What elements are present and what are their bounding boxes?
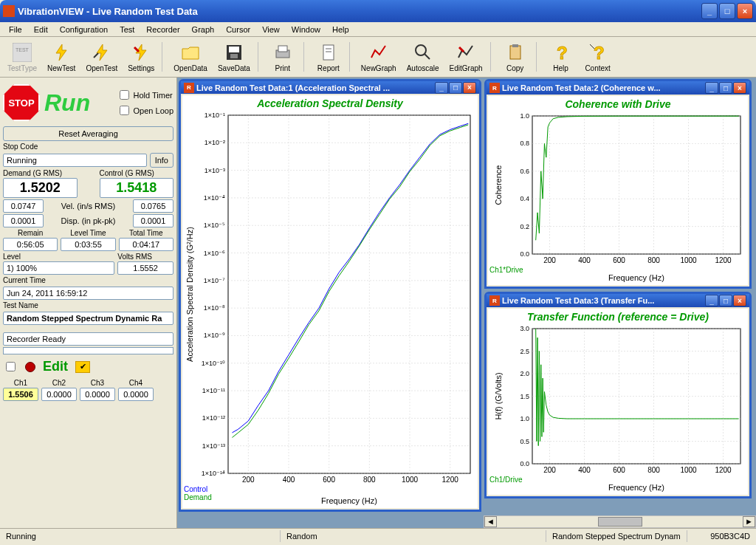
svg-text:Demand: Demand [184,493,212,501]
chart3-body[interactable]: Transfer Function (reference = Drive) 20… [488,309,748,495]
child1-close[interactable]: × [463,82,476,94]
scroll-left[interactable]: ◄ [484,516,497,527]
svg-text:400: 400 [283,476,295,484]
ch3-value: 0.0000 [80,388,115,401]
svg-text:TEST: TEST [16,47,30,52]
recorder-checkbox[interactable] [6,362,16,371]
svg-text:1×10⁻¹²: 1×10⁻¹² [202,414,225,422]
control-value: 1.5418 [100,178,174,198]
menu-view[interactable]: View [256,24,286,35]
svg-text:1×10⁻¹³: 1×10⁻¹³ [202,442,225,450]
document-icon [318,42,339,63]
printer-icon [272,42,293,63]
child2-min[interactable]: _ [705,82,718,94]
context-help-icon: ? [588,42,608,63]
stop-button[interactable]: STOP [3,84,40,121]
svg-text:400: 400 [578,256,591,264]
svg-text:200: 200 [543,256,556,264]
rand-icon: R [184,83,194,93]
svg-line-15 [425,54,430,59]
open-lightning-icon [92,42,112,63]
svg-point-14 [416,45,426,55]
current-time-label: Current Time [3,276,173,284]
child2-close[interactable]: × [733,82,746,94]
ch1-label: Ch1 [14,379,27,387]
menu-edit[interactable]: Edit [28,24,54,35]
scroll-right[interactable]: ► [743,516,755,527]
opendata-button[interactable]: OpenData [169,41,212,74]
hold-timer-checkbox[interactable] [120,90,129,100]
chart3-window-title: Live Random Test Data:3 (Transfer Fu... [502,296,705,305]
savedata-button[interactable]: SaveData [213,41,255,74]
open-loop-checkbox[interactable] [120,106,129,115]
child3-close[interactable]: × [733,295,746,306]
disp-label: Disp. (in pk-pk) [47,216,130,225]
menu-configuration[interactable]: Configuration [54,24,114,35]
svg-text:1000: 1000 [680,466,697,474]
menu-recorder[interactable]: Recorder [140,24,185,35]
reset-averaging-button[interactable]: Reset Averaging [3,126,173,141]
svg-text:Ch1*Drive: Ch1*Drive [489,266,523,274]
chart-window-2: R Live Random Test Data:2 (Coherence w..… [484,79,752,289]
settings-icon [131,42,151,63]
svg-text:0.4: 0.4 [520,195,529,202]
svg-text:1×10⁻¹⁴: 1×10⁻¹⁴ [202,470,225,477]
stop-code-label: Stop Code [3,143,173,151]
chart3-title: Transfer Function (reference = Drive) [488,309,748,325]
help-icon: ? [551,42,571,63]
scroll-thumb[interactable] [598,517,642,527]
menu-window[interactable]: Window [286,24,326,35]
opentest-button[interactable]: OpenTest [81,41,122,74]
menu-help[interactable]: Help [326,24,355,35]
copy-button[interactable]: Copy [498,41,533,74]
svg-text:2.0: 2.0 [520,370,529,377]
svg-rect-65 [532,116,740,254]
edit-button[interactable]: Edit [43,359,68,374]
menu-test[interactable]: Test [114,24,140,35]
maximize-button[interactable]: □ [719,3,735,19]
check-icon[interactable]: ✔ [75,361,90,373]
svg-rect-10 [278,46,287,52]
close-button[interactable]: × [737,3,753,19]
svg-text:1×10⁻⁸: 1×10⁻⁸ [204,304,225,312]
open-loop-label: Open Loop [134,106,173,115]
graph-icon [368,42,389,63]
chart2-title: Coherence with Drive [488,96,748,112]
ch4-label: Ch4 [129,379,142,387]
testtype-button[interactable]: TESTTestType [3,41,41,74]
menu-cursor[interactable]: Cursor [220,24,256,35]
newgraph-button[interactable]: NewGraph [357,41,401,74]
child3-max[interactable]: □ [719,295,732,306]
chart2-body[interactable]: Coherence with Drive 2004006008001000120… [488,96,748,285]
help-button[interactable]: ?Help [543,41,579,74]
svg-text:0.5: 0.5 [520,438,529,445]
minimize-button[interactable]: _ [701,3,718,19]
horizontal-scrollbar[interactable]: ◄ ► [484,515,756,528]
run-button[interactable]: Run [44,89,90,117]
child1-max[interactable]: □ [449,82,462,94]
context-button[interactable]: ?Context [580,41,616,74]
newtest-button[interactable]: NewTest [43,41,80,74]
ch2-label: Ch2 [52,379,66,387]
svg-rect-1 [13,43,32,62]
rand-icon: R [489,295,500,306]
autoscale-button[interactable]: Autoscale [402,41,444,74]
svg-text:600: 600 [613,466,625,474]
title-bar: VibrationVIEW - Live Random Test Data _ … [0,0,756,22]
svg-text:3.0: 3.0 [520,325,529,332]
editgraph-button[interactable]: EditGraph [445,41,487,74]
menu-file[interactable]: File [3,24,28,35]
child2-max[interactable]: □ [719,82,732,94]
volts-value: 1.5552 [117,261,173,275]
demand-label: Demand (G RMS) [3,169,78,177]
info-button[interactable]: Info [150,153,173,168]
record-icon[interactable] [25,362,35,372]
child3-min[interactable]: _ [705,295,718,306]
report-button[interactable]: Report [311,41,346,74]
print-button[interactable]: Print [265,41,300,74]
settings-button[interactable]: Settings [123,41,159,74]
ch4-value: 0.0000 [118,388,154,401]
child1-min[interactable]: _ [435,82,448,94]
menu-graph[interactable]: Graph [186,24,221,35]
chart1-body[interactable]: Acceleration Spectral Density 2004006008… [182,95,478,508]
